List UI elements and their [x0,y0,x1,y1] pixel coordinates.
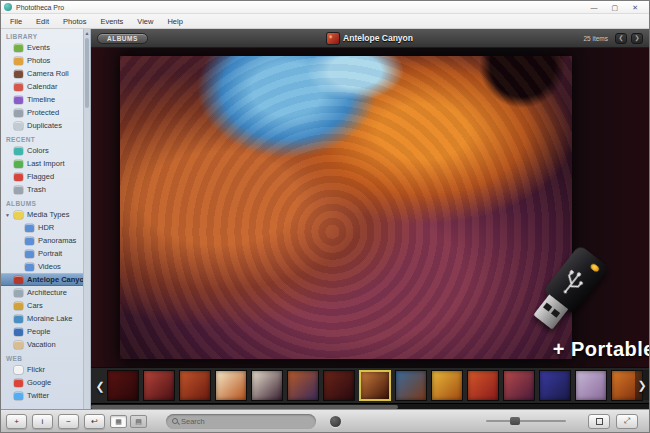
sidebar-item-label: Flagged [27,172,54,181]
sidebar-item-duplicates[interactable]: Duplicates [1,119,83,132]
sidebar-item-events[interactable]: Events [1,41,83,54]
actual-size-icon [596,418,603,425]
add-album-button[interactable]: + [6,414,27,429]
zoom-slider[interactable] [486,420,566,422]
history-icon[interactable] [330,416,341,427]
media-types-folder-icon [14,211,23,219]
sidebar-item-media-types[interactable]: ▼Media Types [1,208,83,221]
thumbnail[interactable] [359,370,391,401]
sidebar-item-label: Colors [27,146,49,155]
menu-photos[interactable]: Photos [56,14,93,29]
sidebar-item-label: Timeline [27,95,55,104]
menu-edit[interactable]: Edit [29,14,56,29]
search-input[interactable] [181,417,310,426]
filmstrip-scrollbar-thumb[interactable] [91,405,398,409]
sidebar-item-calendar[interactable]: Calendar [1,80,83,93]
sidebar-item-label: Cars [27,301,43,310]
prev-photo-icon[interactable]: ❮ [615,33,627,44]
sidebar-item-cars[interactable]: Cars [1,299,83,312]
info-button[interactable]: i [32,414,53,429]
antelope-canyon-album-icon [14,276,23,284]
thumbnail[interactable] [251,370,283,401]
filmstrip-scrollbar[interactable] [91,403,649,409]
thumbnail[interactable] [575,370,607,401]
sidebar-item-portrait[interactable]: Portrait [1,247,83,260]
fullscreen-button[interactable]: ⤢ [616,414,638,429]
menu-view[interactable]: View [130,14,160,29]
scroll-up-icon[interactable]: ▲ [84,29,90,37]
thumbnail[interactable] [143,370,175,401]
sidebar-item-twitter[interactable]: Twitter [1,389,83,402]
thumbnail[interactable] [179,370,211,401]
next-photo-icon[interactable]: ❯ [631,33,643,44]
sidebar-item-last-import[interactable]: Last Import [1,157,83,170]
menu-events[interactable]: Events [93,14,130,29]
thumbnail[interactable] [467,370,499,401]
item-count: 25 items [583,35,608,42]
sidebar-item-hdr[interactable]: HDR [1,221,83,234]
filmstrip-right-icon[interactable]: ❯ [635,370,649,400]
section-header-library: LIBRARY [1,29,83,41]
last-import-icon [14,160,23,168]
grid-view-button[interactable]: ▦ [110,415,127,428]
flickr-icon [14,366,23,374]
architecture-album-icon [14,289,23,297]
calendar-icon [14,83,23,91]
sidebar-item-label: Duplicates [27,121,62,130]
thumbnail[interactable] [323,370,355,401]
sidebar-item-architecture[interactable]: Architecture [1,286,83,299]
close-button[interactable]: ✕ [632,1,638,14]
sidebar-item-label: Last Import [27,159,65,168]
sidebar-item-trash[interactable]: Trash [1,183,83,196]
window-title: Phototheca Pro [16,4,64,11]
google-icon [14,379,23,387]
filmstrip-thumbs [107,370,649,401]
thumbnail[interactable] [215,370,247,401]
thumbnail[interactable] [503,370,535,401]
actual-size-button[interactable] [588,414,610,429]
sidebar-item-protected[interactable]: Protected [1,106,83,119]
remove-button[interactable]: − [58,414,79,429]
sidebar-item-label: Portrait [38,249,62,258]
photos-icon [14,57,23,65]
sidebar-item-videos[interactable]: Videos [1,260,83,273]
sidebar-item-antelope-canyon[interactable]: Antelope Canyon [1,273,83,286]
sidebar-item-label: Protected [27,108,59,117]
menu-file[interactable]: File [3,14,29,29]
thumbnail[interactable] [107,370,139,401]
thumbnail[interactable] [287,370,319,401]
sidebar-item-timeline[interactable]: Timeline [1,93,83,106]
zoom-slider-handle[interactable] [510,417,520,425]
sidebar-item-colors[interactable]: Colors [1,144,83,157]
portrait-folder-icon [25,250,34,258]
antelope-canyon-photo[interactable] [120,56,572,359]
sidebar-item-label: Trash [27,185,46,194]
scrollbar-thumb[interactable] [85,38,89,108]
sidebar-item-panoramas[interactable]: Panoramas [1,234,83,247]
sidebar-item-people[interactable]: People [1,325,83,338]
albums-back-button[interactable]: ALBUMS [97,33,148,44]
sidebar-item-camera-roll[interactable]: Camera Roll [1,67,83,80]
sidebar-item-photos[interactable]: Photos [1,54,83,67]
thumbnail[interactable] [395,370,427,401]
list-view-button[interactable]: ▤ [130,415,147,428]
thumbnail[interactable] [431,370,463,401]
filmstrip: ❮ ❯ [91,367,649,403]
sidebar-scrollbar[interactable]: ▲ [83,29,90,409]
menu-help[interactable]: Help [160,14,189,29]
trash-icon [14,186,23,194]
expander-icon[interactable]: ▼ [5,212,10,218]
filmstrip-left-icon[interactable]: ❮ [93,371,107,401]
sidebar-item-flickr[interactable]: Flickr [1,363,83,376]
thumbnail[interactable] [539,370,571,401]
sidebar-item-flagged[interactable]: Flagged [1,170,83,183]
undo-button[interactable]: ↩ [84,414,105,429]
sidebar-item-google[interactable]: Google [1,376,83,389]
sidebar-list: LIBRARYEventsPhotosCamera RollCalendarTi… [1,29,83,409]
sidebar-item-moraine-lake[interactable]: Moraine Lake [1,312,83,325]
videos-folder-icon [25,263,34,271]
sidebar-item-label: Photos [27,56,50,65]
minimize-button[interactable]: — [591,1,598,14]
sidebar-item-vacation[interactable]: Vacation [1,338,83,351]
maximize-button[interactable]: ▢ [612,1,619,14]
